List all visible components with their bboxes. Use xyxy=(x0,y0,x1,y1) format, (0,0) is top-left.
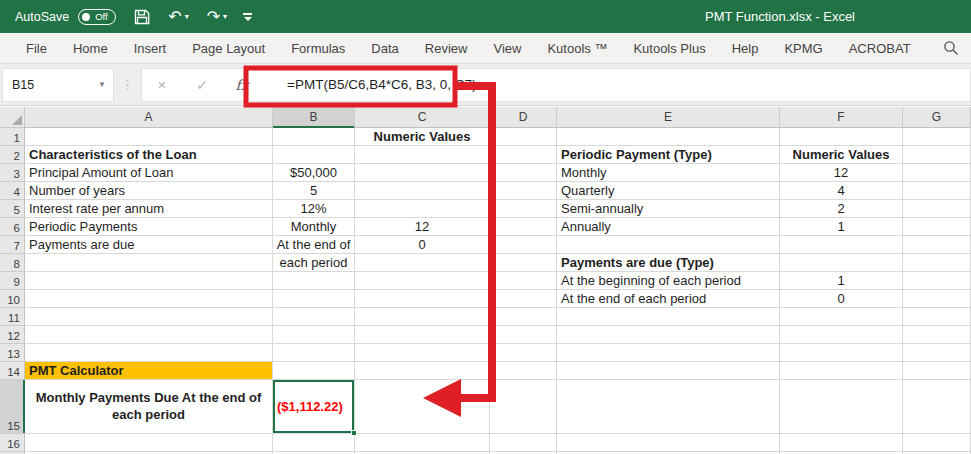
cell-C15[interactable] xyxy=(355,380,490,434)
cell-G13[interactable] xyxy=(903,344,971,362)
cell-D13[interactable] xyxy=(490,344,557,362)
cell-D1[interactable] xyxy=(490,128,557,146)
tab-kpmg[interactable]: KPMG xyxy=(771,41,835,56)
cell-G1[interactable] xyxy=(903,128,971,146)
row-header-6[interactable]: 6 xyxy=(0,218,25,236)
cell-D16[interactable] xyxy=(490,434,557,452)
cell-D9[interactable] xyxy=(490,272,557,290)
cell-D2[interactable] xyxy=(490,146,557,164)
cell-E4[interactable]: Quarterly xyxy=(557,182,780,200)
cell-B10[interactable] xyxy=(273,290,355,308)
cell-E15[interactable] xyxy=(557,380,780,434)
row-header-10[interactable]: 10 xyxy=(0,290,25,308)
column-header-G[interactable]: G xyxy=(903,107,971,128)
cell-C5[interactable] xyxy=(355,200,490,218)
cell-G5[interactable] xyxy=(903,200,971,218)
row-header-2[interactable]: 2 xyxy=(0,146,25,164)
cell-G6[interactable] xyxy=(903,218,971,236)
cell-D8[interactable] xyxy=(490,254,557,272)
cell-F6[interactable]: 1 xyxy=(780,218,903,236)
cell-F9[interactable]: 1 xyxy=(780,272,903,290)
column-header-E[interactable]: E xyxy=(557,107,780,128)
insert-function-button[interactable]: fx xyxy=(222,77,262,93)
cell-A5[interactable]: Interest rate per annum xyxy=(25,200,273,218)
cell-B11[interactable] xyxy=(273,308,355,326)
cell-A16[interactable] xyxy=(25,434,273,452)
row-header-12[interactable]: 12 xyxy=(0,326,25,344)
formula-bar-drag-handle[interactable]: ⋮ xyxy=(121,77,134,92)
cell-D11[interactable] xyxy=(490,308,557,326)
row-header-4[interactable]: 4 xyxy=(0,182,25,200)
cell-A11[interactable] xyxy=(25,308,273,326)
cell-A9[interactable] xyxy=(25,272,273,290)
cell-A2[interactable]: Characteristics of the Loan xyxy=(25,146,273,164)
tab-acrobat[interactable]: ACROBAT xyxy=(836,41,924,56)
column-header-A[interactable]: A xyxy=(25,107,273,128)
column-header-F[interactable]: F xyxy=(780,107,903,128)
cell-E11[interactable] xyxy=(557,308,780,326)
cell-A10[interactable] xyxy=(25,290,273,308)
cell-G9[interactable] xyxy=(903,272,971,290)
undo-dropdown-icon[interactable]: ▾ xyxy=(185,12,189,21)
cell-A15[interactable]: Monthly Payments Due At the end of each … xyxy=(25,380,273,434)
row-header-8[interactable]: 8 xyxy=(0,254,25,272)
tab-kutools-plus[interactable]: Kutools Plus xyxy=(620,41,718,56)
cell-E10[interactable]: At the end of each period xyxy=(557,290,780,308)
cell-C16[interactable] xyxy=(355,434,490,452)
cell-F3[interactable]: 12 xyxy=(780,164,903,182)
cell-G4[interactable] xyxy=(903,182,971,200)
cell-B14[interactable] xyxy=(273,362,355,380)
cell-B3[interactable]: $50,000 xyxy=(273,164,355,182)
tab-formulas[interactable]: Formulas xyxy=(278,41,358,56)
cell-E9[interactable]: At the beginning of each period xyxy=(557,272,780,290)
column-header-B[interactable]: B xyxy=(273,107,355,128)
customize-quick-access-toolbar-button[interactable] xyxy=(243,13,252,21)
cell-F13[interactable] xyxy=(780,344,903,362)
cell-A12[interactable] xyxy=(25,326,273,344)
cell-F16[interactable] xyxy=(780,434,903,452)
cell-D5[interactable] xyxy=(490,200,557,218)
cell-D14[interactable] xyxy=(490,362,557,380)
cell-D7[interactable] xyxy=(490,236,557,254)
cell-C3[interactable] xyxy=(355,164,490,182)
cell-F15[interactable] xyxy=(780,380,903,434)
cell-A13[interactable] xyxy=(25,344,273,362)
cell-B8[interactable]: each period xyxy=(273,254,355,272)
cell-F12[interactable] xyxy=(780,326,903,344)
tab-insert[interactable]: Insert xyxy=(121,41,180,56)
autosave-toggle[interactable]: Off xyxy=(78,9,116,25)
cell-F5[interactable]: 2 xyxy=(780,200,903,218)
tab-page-layout[interactable]: Page Layout xyxy=(179,41,278,56)
cell-F1[interactable] xyxy=(780,128,903,146)
cell-E7[interactable] xyxy=(557,236,780,254)
select-all-corner[interactable] xyxy=(0,107,25,128)
cell-B12[interactable] xyxy=(273,326,355,344)
cell-F7[interactable] xyxy=(780,236,903,254)
cell-C10[interactable] xyxy=(355,290,490,308)
cell-G16[interactable] xyxy=(903,434,971,452)
cell-C4[interactable] xyxy=(355,182,490,200)
search-button[interactable] xyxy=(943,40,959,56)
cell-B13[interactable] xyxy=(273,344,355,362)
cell-E13[interactable] xyxy=(557,344,780,362)
tab-home[interactable]: Home xyxy=(60,41,121,56)
cell-E12[interactable] xyxy=(557,326,780,344)
row-header-9[interactable]: 9 xyxy=(0,272,25,290)
tab-help[interactable]: Help xyxy=(719,41,772,56)
cell-F4[interactable]: 4 xyxy=(780,182,903,200)
tab-data[interactable]: Data xyxy=(358,41,411,56)
cell-G3[interactable] xyxy=(903,164,971,182)
cell-F8[interactable] xyxy=(780,254,903,272)
cell-E8[interactable]: Payments are due (Type) xyxy=(557,254,780,272)
cell-B5[interactable]: 12% xyxy=(273,200,355,218)
cell-B16[interactable] xyxy=(273,434,355,452)
cell-F14[interactable] xyxy=(780,362,903,380)
row-header-14[interactable]: 14 xyxy=(0,362,25,380)
tab-view[interactable]: View xyxy=(480,41,534,56)
row-header-1[interactable]: 1 xyxy=(0,128,25,146)
cell-D4[interactable] xyxy=(490,182,557,200)
cell-E5[interactable]: Semi-annually xyxy=(557,200,780,218)
cell-D15[interactable] xyxy=(490,380,557,434)
cancel-button[interactable]: × xyxy=(142,76,182,93)
name-box-dropdown-icon[interactable]: ▼ xyxy=(98,80,106,89)
